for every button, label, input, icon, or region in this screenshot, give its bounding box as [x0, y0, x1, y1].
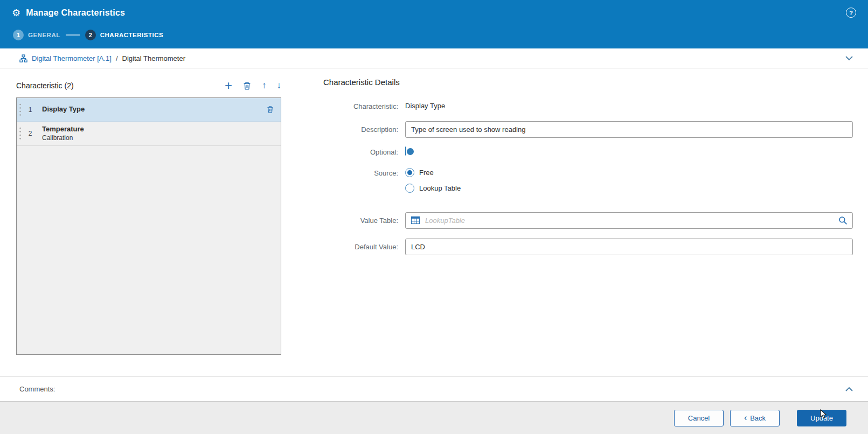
- toggle-knob: [407, 148, 414, 155]
- comments-section: Comments:: [0, 376, 868, 402]
- row-delete-icon[interactable]: [266, 106, 274, 114]
- search-icon[interactable]: [838, 216, 848, 225]
- characteristic-count-title: Characteristic (2): [16, 81, 74, 90]
- back-button[interactable]: ‹ Back: [730, 410, 780, 426]
- page-title: Manage Characteristics: [26, 8, 125, 18]
- breadcrumb-current: Digital Thermometer: [122, 54, 186, 62]
- source-row: Source: Free Lookup Table: [323, 168, 853, 193]
- optional-label: Optional:: [323, 147, 405, 156]
- source-option-free[interactable]: Free: [405, 168, 853, 177]
- delete-characteristic-icon[interactable]: [242, 81, 252, 90]
- step-characteristics-number: 2: [85, 30, 96, 40]
- add-characteristic-icon[interactable]: +: [225, 81, 232, 90]
- characteristic-value: Display Type: [405, 102, 853, 110]
- radio-unselected-icon[interactable]: [405, 184, 414, 193]
- breadcrumb: Digital Thermometer [A.1] / Digital Ther…: [0, 48, 868, 68]
- source-free-label: Free: [419, 169, 434, 177]
- move-down-icon[interactable]: ↓: [277, 80, 282, 91]
- default-value-input[interactable]: [405, 239, 853, 255]
- chevron-left-icon: ‹: [744, 414, 747, 422]
- characteristic-row: Characteristic: Display Type: [323, 102, 853, 110]
- characteristic-toolbar: + ↑ ↓: [225, 80, 281, 91]
- optional-row: Optional:: [323, 147, 853, 156]
- step-general-label: GENERAL: [28, 32, 60, 38]
- source-lookup-table-label: Lookup Table: [419, 184, 461, 192]
- value-table-label: Value Table:: [323, 212, 405, 229]
- source-option-lookup-table[interactable]: Lookup Table: [405, 184, 853, 193]
- default-value-label: Default Value:: [323, 239, 405, 255]
- description-row: Description:: [323, 121, 853, 138]
- description-input[interactable]: [405, 121, 853, 138]
- stepper-connector: [66, 34, 80, 36]
- characteristic-details-panel: Characteristic Details Characteristic: D…: [323, 78, 853, 255]
- row-index: 1: [23, 106, 37, 114]
- drag-handle-icon[interactable]: [17, 126, 23, 141]
- chevron-up-icon[interactable]: [845, 387, 853, 391]
- update-button[interactable]: Update: [797, 410, 846, 426]
- comments-label: Comments:: [19, 385, 55, 393]
- header-title-row: ⚙ Manage Characteristics ?: [0, 0, 868, 25]
- row-name-block: Temperature Calibration: [37, 125, 281, 143]
- characteristic-list-header: Characteristic (2) + ↑ ↓: [16, 79, 281, 93]
- chevron-down-icon[interactable]: [845, 56, 853, 61]
- action-bar: Cancel ‹ Back Update: [0, 402, 868, 434]
- row-name-block: Display Type: [37, 105, 266, 114]
- row-subtitle: Calibration: [42, 134, 73, 142]
- radio-selected-icon[interactable]: [405, 168, 414, 177]
- default-value-row: Default Value:: [323, 239, 853, 255]
- characteristic-list: 1 Display Type 2 Temp: [16, 97, 281, 355]
- step-general-number: 1: [13, 30, 24, 40]
- row-name: Temperature: [42, 125, 84, 133]
- app-header: ⚙ Manage Characteristics ? 1 GENERAL 2 C…: [0, 0, 868, 48]
- optional-toggle[interactable]: [405, 146, 406, 156]
- back-button-label: Back: [750, 414, 766, 422]
- drag-handle-icon[interactable]: [17, 102, 23, 117]
- row-index: 2: [23, 130, 37, 137]
- lookup-table-icon: [411, 216, 420, 224]
- manage-characteristics-window: ⚙ Manage Characteristics ? 1 GENERAL 2 C…: [0, 0, 868, 434]
- gear-icon: ⚙: [12, 8, 20, 18]
- characteristic-row-display-type[interactable]: 1 Display Type: [17, 98, 281, 122]
- source-label: Source:: [323, 168, 405, 193]
- characteristic-list-panel: Characteristic (2) + ↑ ↓ 1: [16, 79, 281, 355]
- value-table-input[interactable]: [405, 212, 853, 229]
- value-table-row: Value Table:: [323, 212, 853, 229]
- part-structure-icon: [19, 54, 27, 62]
- characteristic-row-temperature[interactable]: 2 Temperature Calibration: [17, 122, 281, 146]
- breadcrumb-part-link[interactable]: Digital Thermometer [A.1]: [32, 54, 112, 62]
- wizard-stepper: 1 GENERAL 2 CHARACTERISTICS: [0, 25, 868, 45]
- step-characteristics[interactable]: 2 CHARACTERISTICS: [85, 30, 163, 40]
- breadcrumb-separator: /: [116, 54, 118, 62]
- description-label: Description:: [323, 121, 405, 138]
- details-title: Characteristic Details: [323, 78, 853, 87]
- characteristic-label: Characteristic:: [323, 102, 405, 110]
- help-icon[interactable]: ?: [846, 8, 856, 18]
- move-up-icon[interactable]: ↑: [262, 80, 267, 91]
- step-general[interactable]: 1 GENERAL: [13, 30, 60, 40]
- step-characteristics-label: CHARACTERISTICS: [100, 32, 163, 38]
- cancel-button[interactable]: Cancel: [674, 410, 724, 426]
- row-name: Display Type: [42, 105, 85, 113]
